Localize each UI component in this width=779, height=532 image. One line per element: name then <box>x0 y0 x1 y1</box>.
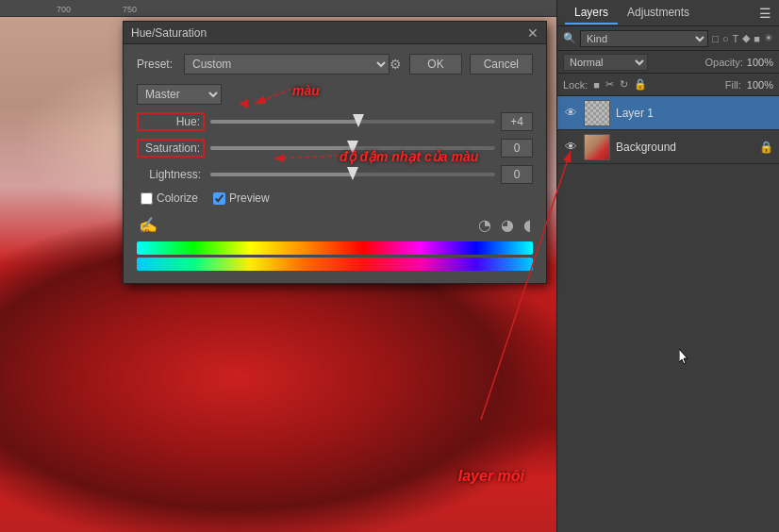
dialog-body: Preset: Custom ⚙ OK Cancel Master Hue: <box>124 44 546 283</box>
lock-pixels-icon[interactable]: ■ <box>593 79 600 91</box>
preset-label: Preset: <box>137 58 184 71</box>
tab-layers[interactable]: Layers <box>565 2 618 25</box>
ruler-mark-700: 700 <box>57 5 71 14</box>
fill-label: Fill: <box>725 79 741 91</box>
opacity-value: 100% <box>747 57 773 68</box>
gear-icon[interactable]: ⚙ <box>390 57 402 72</box>
type-filter-icon[interactable]: T <box>733 33 739 44</box>
ruler-mark-750: 750 <box>123 5 137 14</box>
layer-lock-icon: 🔒 <box>759 141 773 154</box>
opacity-label: Opacity: <box>705 57 743 68</box>
adjustment-filter-icon[interactable]: ○ <box>722 33 729 44</box>
channel-row: Master <box>137 84 533 105</box>
layers-list: 👁 Layer 1 👁 Background 🔒 <box>557 96 779 164</box>
layer-thumb-background <box>584 134 610 160</box>
lock-all-icon[interactable]: 🔒 <box>634 78 647 91</box>
layer-eye-background[interactable]: 👁 <box>563 140 578 154</box>
saturation-value-input[interactable] <box>501 139 533 158</box>
layer-item-background[interactable]: 👁 Background 🔒 <box>557 130 779 164</box>
spectrum-bottom-bar <box>137 258 533 271</box>
dialog-title: Hue/Saturation <box>131 26 207 40</box>
lock-move-icon[interactable]: ↻ <box>620 78 628 91</box>
saturation-row: Saturation: <box>137 139 533 158</box>
ok-button[interactable]: OK <box>409 54 461 75</box>
blend-mode-row: Normal Opacity: 100% <box>557 51 779 74</box>
eyedropper-tools: ◔ ◕ ◖ <box>478 216 531 234</box>
tab-adjustments[interactable]: Adjustments <box>618 2 699 25</box>
colorize-checkbox[interactable] <box>141 192 153 205</box>
eyedropper-icon[interactable]: ◔ <box>478 216 491 234</box>
filter-icon: 🔍 <box>563 32 576 44</box>
shape-filter-icon[interactable]: ◆ <box>742 32 750 44</box>
lock-row: Lock: ■ ✂ ↻ 🔒 Fill: 100% <box>557 74 779 96</box>
layer-thumb-layer1 <box>584 100 610 126</box>
hand-tool-icon[interactable]: ✍ <box>139 216 157 234</box>
colorize-label[interactable]: Colorize <box>157 191 198 205</box>
preview-label[interactable]: Preview <box>229 191 270 205</box>
spectrum-top-bar <box>137 241 533 255</box>
dialog-close-button[interactable]: ✕ <box>527 26 539 40</box>
layer-eye-layer1[interactable]: 👁 <box>563 106 578 120</box>
lock-label: Lock: <box>563 79 588 91</box>
lightness-row: Lightness: <box>137 165 533 184</box>
hue-saturation-dialog: Hue/Saturation ✕ Preset: Custom ⚙ OK Can… <box>123 21 547 284</box>
layer-name-background: Background <box>616 141 754 154</box>
dialog-titlebar: Hue/Saturation ✕ <box>124 22 546 44</box>
panel-tabs: Layers Adjustments <box>565 2 699 25</box>
panel-menu-icon[interactable]: ☰ <box>759 6 771 21</box>
layer-item-layer1[interactable]: 👁 Layer 1 <box>557 96 779 130</box>
eyedropper-minus-icon[interactable]: ◖ <box>523 216 531 234</box>
options-row: Colorize Preview <box>137 191 533 205</box>
channel-select[interactable]: Master <box>137 84 222 105</box>
layers-search-row: 🔍 Kind □ ○ T ◆ ■ ☀ <box>557 26 779 51</box>
eyedropper-plus-icon[interactable]: ◕ <box>501 216 514 234</box>
saturation-label: Saturation: <box>137 139 205 158</box>
hue-label: Hue: <box>137 112 205 131</box>
pixel-filter-icon[interactable]: □ <box>712 33 719 44</box>
layer-name-layer1: Layer 1 <box>616 107 773 120</box>
saturation-track[interactable] <box>210 146 495 150</box>
kind-select[interactable]: Kind <box>580 30 708 47</box>
smart-filter-icon[interactable]: ■ <box>754 33 760 44</box>
lightness-label: Lightness: <box>137 166 205 183</box>
tools-row: ✍ ◔ ◕ ◖ <box>137 212 533 238</box>
hue-track[interactable] <box>210 120 495 124</box>
colorize-row: Colorize <box>141 191 198 205</box>
fill-value: 100% <box>747 79 773 91</box>
preset-select[interactable]: Custom <box>184 54 390 75</box>
right-panel: Layers Adjustments ☰ 🔍 Kind □ ○ T ◆ ■ ☀ … <box>556 0 779 532</box>
blend-mode-select[interactable]: Normal <box>563 54 648 71</box>
hue-row: Hue: <box>137 112 533 131</box>
lightness-value-input[interactable] <box>501 165 533 184</box>
panel-header: Layers Adjustments ☰ <box>557 0 779 26</box>
lock-paint-icon[interactable]: ✂ <box>605 78 614 91</box>
light-icon: ☀ <box>764 32 773 44</box>
preview-checkbox[interactable] <box>213 192 225 205</box>
hue-value-input[interactable] <box>501 112 533 131</box>
preview-row: Preview <box>213 191 270 205</box>
ruler: 700 750 <box>0 0 556 17</box>
cancel-button[interactable]: Cancel <box>470 54 533 75</box>
spectrum-bars <box>137 241 533 271</box>
lightness-track[interactable] <box>210 173 495 176</box>
